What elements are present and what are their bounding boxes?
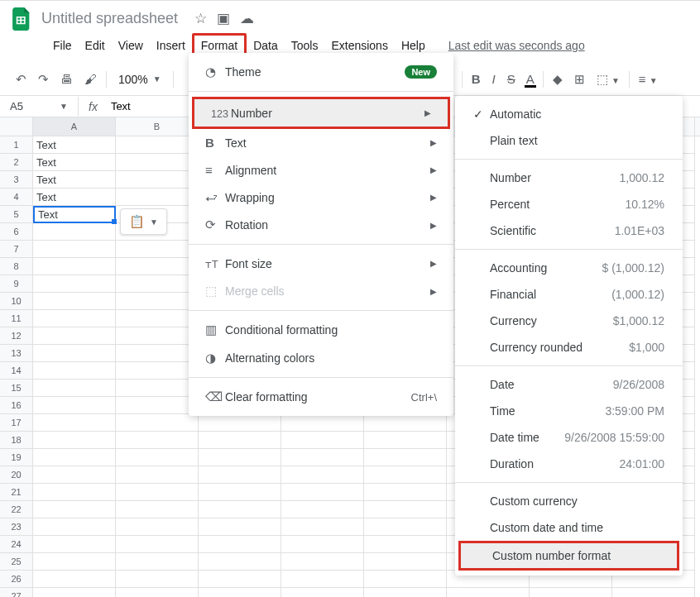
cell[interactable] [33,484,116,501]
cell[interactable] [364,501,447,518]
cell[interactable] [33,449,116,466]
cell[interactable] [281,449,364,466]
format-font-size[interactable]: ᴛT Font size ▶ [189,250,453,277]
cell[interactable] [116,432,199,449]
zoom-dropdown[interactable]: 100%▼ [110,69,170,89]
numfmt-duration[interactable]: Duration 24:01:00 [455,451,683,477]
format-conditional[interactable]: ▥ Conditional formatting [189,316,453,344]
cell[interactable] [116,553,199,571]
strikethrough-icon[interactable]: S [501,67,521,91]
cell[interactable] [33,466,116,484]
cell[interactable]: Text [33,154,116,171]
numfmt-percent[interactable]: Percent 10.12% [455,191,683,217]
cell-reference[interactable]: A5▼ [0,97,79,116]
cell[interactable] [116,310,199,327]
row-header[interactable]: 6 [0,223,33,241]
menu-view[interactable]: View [112,36,150,55]
cell[interactable] [364,553,447,571]
format-clear[interactable]: ⌫ Clear formatting Ctrl+\ [189,383,453,411]
cell[interactable]: Text [33,136,116,154]
row-header[interactable]: 16 [0,397,33,414]
cell[interactable] [116,518,199,536]
cell[interactable] [447,588,530,597]
cell[interactable] [116,397,199,414]
row-header[interactable]: 17 [0,414,33,432]
cell[interactable] [116,484,199,501]
column-header[interactable]: A [33,117,116,136]
cell[interactable] [33,501,116,518]
cell[interactable] [281,571,364,588]
cell[interactable] [33,241,116,258]
text-color-icon[interactable]: A [521,69,539,89]
paint-format-icon[interactable]: 🖌 [79,67,103,91]
numfmt-time[interactable]: Time 3:59:00 PM [455,398,683,424]
row-header[interactable]: 5 [0,206,33,223]
row-header[interactable]: 2 [0,154,33,171]
cell[interactable] [281,518,364,536]
cell[interactable] [199,571,281,588]
row-header[interactable]: 21 [0,484,33,501]
numfmt-custom-datetime[interactable]: Custom date and time [455,514,683,541]
bold-icon[interactable]: B [466,67,487,91]
cell[interactable] [33,362,116,380]
cell[interactable] [116,414,199,432]
numfmt-datetime[interactable]: Date time 9/26/2008 15:59:00 [455,424,683,451]
cell[interactable] [364,536,447,553]
cell[interactable] [364,449,447,466]
cell[interactable] [364,588,447,597]
cell[interactable] [116,449,199,466]
merge-icon[interactable]: ⬚ ▼ [591,67,626,92]
row-header[interactable]: 20 [0,466,33,484]
align-icon[interactable]: ≡ ▼ [633,67,664,91]
cell[interactable] [33,588,116,597]
cell[interactable] [199,466,281,484]
cell[interactable] [612,588,695,597]
cell[interactable] [33,310,116,327]
cell[interactable] [33,518,116,536]
cell[interactable] [116,189,199,206]
cell[interactable] [364,571,447,588]
cell[interactable] [281,588,364,597]
cell[interactable] [33,397,116,414]
cell[interactable] [116,258,199,275]
fill-color-icon[interactable]: ◆ [547,67,568,92]
format-number[interactable]: 123 Number ▶ [192,97,450,129]
cell[interactable] [33,571,116,588]
numfmt-custom-number[interactable]: Custom number format [458,541,679,571]
cell[interactable] [199,432,281,449]
cell[interactable] [116,171,199,189]
row-header[interactable]: 3 [0,171,33,189]
row-header[interactable]: 7 [0,241,33,258]
cell[interactable]: Text [33,189,116,206]
cell[interactable] [33,536,116,553]
numfmt-financial[interactable]: Financial (1,000.12) [455,281,683,308]
cell[interactable] [530,588,612,597]
row-header[interactable]: 27 [0,588,33,597]
cell-active[interactable]: Text [33,206,116,223]
cell[interactable] [33,223,116,241]
numfmt-plain-text[interactable]: Plain text [455,127,683,154]
row-header[interactable]: 19 [0,449,33,466]
cell[interactable] [116,380,199,397]
cell[interactable] [116,154,199,171]
cell[interactable] [116,571,199,588]
cell[interactable] [281,536,364,553]
row-header[interactable]: 1 [0,136,33,154]
redo-icon[interactable]: ↷ [32,67,55,92]
cell[interactable] [33,553,116,571]
menu-file[interactable]: File [46,36,79,55]
cell[interactable] [33,327,116,345]
menu-insert[interactable]: Insert [150,36,192,55]
numfmt-currency[interactable]: Currency $1,000.12 [455,308,683,334]
cell[interactable] [33,293,116,310]
cell[interactable] [116,275,199,293]
cell[interactable] [199,414,281,432]
format-rotation[interactable]: ⟳ Rotation ▶ [189,211,453,239]
numfmt-automatic[interactable]: ✓ Automatic [455,101,683,127]
row-header[interactable]: 12 [0,327,33,345]
cell[interactable] [199,536,281,553]
undo-icon[interactable]: ↶ [10,67,32,92]
sheets-logo[interactable] [10,7,33,31]
cell[interactable] [33,345,116,362]
cell[interactable] [281,466,364,484]
